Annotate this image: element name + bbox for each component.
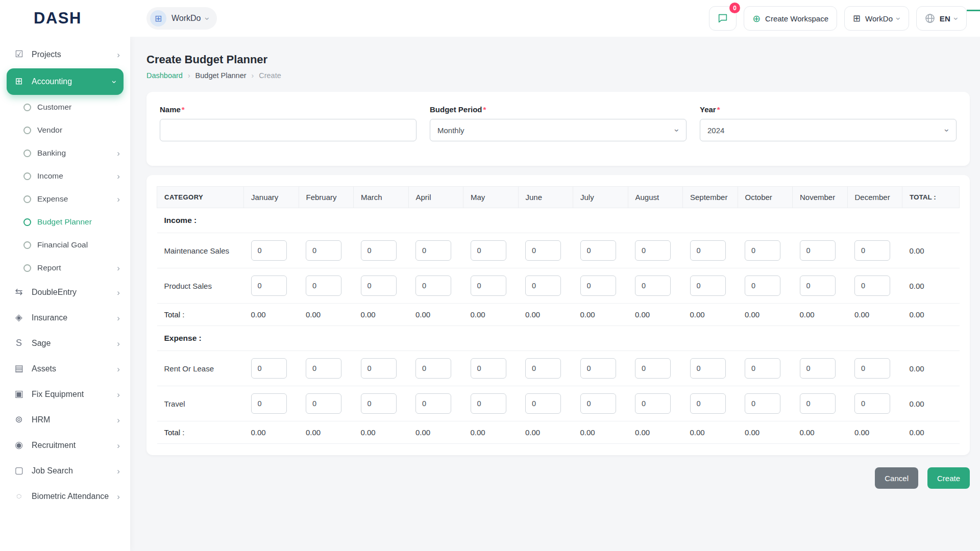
row-label: Rent Or Lease: [157, 351, 244, 386]
language-selector[interactable]: EN ›: [916, 6, 967, 31]
maintenance-sales-february-input[interactable]: [306, 240, 341, 261]
input-cell: [244, 386, 299, 421]
sidebar-item-fix-equipment[interactable]: ▣Fix Equipment›: [0, 382, 130, 407]
product-sales-june-input[interactable]: [525, 276, 561, 296]
travel-july-input[interactable]: [580, 393, 616, 414]
travel-october-input[interactable]: [745, 393, 780, 414]
name-input[interactable]: [160, 119, 416, 141]
rent-or-lease-october-input[interactable]: [745, 358, 780, 379]
travel-may-input[interactable]: [471, 393, 506, 414]
product-sales-march-input[interactable]: [361, 276, 397, 296]
sidebar-item-job-search[interactable]: ▢Job Search›: [0, 458, 130, 484]
maintenance-sales-july-input[interactable]: [580, 240, 616, 261]
maintenance-sales-april-input[interactable]: [415, 240, 451, 261]
travel-january-input[interactable]: [251, 393, 287, 414]
chevron-right-icon: ›: [117, 172, 120, 181]
sidebar-item-hrm[interactable]: ⊚HRM›: [0, 407, 130, 433]
product-sales-october-input[interactable]: [745, 276, 780, 296]
globe-icon: [925, 13, 935, 23]
rent-or-lease-september-input[interactable]: [690, 358, 726, 379]
maintenance-sales-may-input[interactable]: [471, 240, 506, 261]
input-cell: [408, 233, 463, 268]
workdo-menu-button[interactable]: ⊞ WorkDo ›: [844, 6, 909, 31]
sidebar-item-label: DoubleEntry: [32, 287, 110, 297]
product-sales-april-input[interactable]: [415, 276, 451, 296]
breadcrumb: Dashboard › Budget Planner › Create: [146, 71, 970, 80]
rent-or-lease-may-input[interactable]: [471, 358, 506, 379]
sidebar-item-financial-goal[interactable]: Financial Goal: [0, 234, 130, 257]
product-sales-july-input[interactable]: [580, 276, 616, 296]
travel-september-input[interactable]: [690, 393, 726, 414]
sidebar-item-report[interactable]: Report›: [0, 257, 130, 280]
sidebar-item-doubleentry[interactable]: ⇆DoubleEntry›: [0, 280, 130, 305]
budget-period-select[interactable]: Monthly ›: [430, 119, 687, 141]
sidebar-item-budget-planner[interactable]: Budget Planner: [0, 211, 130, 234]
sidebar-item-assets[interactable]: ▤Assets›: [0, 356, 130, 382]
input-cell: [793, 268, 848, 304]
product-sales-september-input[interactable]: [690, 276, 726, 296]
product-sales-august-input[interactable]: [635, 276, 671, 296]
messages-button[interactable]: 0: [709, 6, 737, 31]
required-asterisk: *: [483, 105, 486, 114]
section-row-income: Income :: [157, 208, 960, 233]
sidebar-item-vendor[interactable]: Vendor: [0, 119, 130, 142]
rent-or-lease-december-input[interactable]: [854, 358, 890, 379]
sidebar-item-biometric-attendance[interactable]: ◌Biometric Attendance›: [0, 484, 130, 509]
sidebar-item-recruitment[interactable]: ◉Recruitment›: [0, 433, 130, 458]
input-cell: [299, 386, 354, 421]
maintenance-sales-november-input[interactable]: [800, 240, 836, 261]
rent-or-lease-august-input[interactable]: [635, 358, 671, 379]
maintenance-sales-june-input[interactable]: [525, 240, 561, 261]
workspace-selector[interactable]: ⊞ WorkDo ›: [146, 7, 217, 30]
create-workspace-button[interactable]: ⊕ Create Workspace: [744, 6, 837, 31]
year-select[interactable]: 2024 ›: [700, 119, 957, 141]
maintenance-sales-january-input[interactable]: [251, 240, 287, 261]
create-button[interactable]: Create: [927, 467, 970, 489]
maintenance-sales-august-input[interactable]: [635, 240, 671, 261]
budget-planner-icon: [23, 218, 31, 226]
product-sales-may-input[interactable]: [471, 276, 506, 296]
sidebar-item-expense[interactable]: Expense›: [0, 188, 130, 211]
year-value: 2024: [707, 126, 724, 135]
row-total: 0.00: [902, 351, 960, 386]
travel-december-input[interactable]: [854, 393, 890, 414]
rent-or-lease-july-input[interactable]: [580, 358, 616, 379]
sidebar-item-banking[interactable]: Banking›: [0, 142, 130, 165]
cancel-button[interactable]: Cancel: [875, 467, 918, 489]
breadcrumb-separator-icon: ›: [252, 71, 254, 80]
sidebar-item-projects[interactable]: ☑Projects›: [0, 42, 130, 67]
sidebar-item-income[interactable]: Income›: [0, 165, 130, 188]
product-sales-november-input[interactable]: [800, 276, 836, 296]
travel-november-input[interactable]: [800, 393, 836, 414]
travel-august-input[interactable]: [635, 393, 671, 414]
travel-april-input[interactable]: [415, 393, 451, 414]
travel-june-input[interactable]: [525, 393, 561, 414]
travel-february-input[interactable]: [306, 393, 341, 414]
rent-or-lease-march-input[interactable]: [361, 358, 397, 379]
travel-march-input[interactable]: [361, 393, 397, 414]
total-value: 0.00: [793, 421, 848, 444]
sidebar-item-sage[interactable]: SSage›: [0, 331, 130, 356]
workspace-name: WorkDo: [172, 14, 201, 23]
projects-icon: ☑: [13, 49, 24, 60]
rent-or-lease-february-input[interactable]: [306, 358, 341, 379]
product-sales-december-input[interactable]: [854, 276, 890, 296]
rent-or-lease-november-input[interactable]: [800, 358, 836, 379]
rent-or-lease-january-input[interactable]: [251, 358, 287, 379]
maintenance-sales-december-input[interactable]: [854, 240, 890, 261]
sidebar-item-accounting[interactable]: ⊞Accounting›: [7, 68, 124, 95]
input-cell: [738, 386, 793, 421]
product-sales-january-input[interactable]: [251, 276, 287, 296]
chevron-right-icon: ›: [117, 51, 120, 59]
maintenance-sales-september-input[interactable]: [690, 240, 726, 261]
sidebar-item-customer[interactable]: Customer: [0, 96, 130, 119]
sidebar-item-insurance[interactable]: ◈Insurance›: [0, 305, 130, 331]
breadcrumb-dashboard[interactable]: Dashboard: [146, 71, 183, 80]
maintenance-sales-october-input[interactable]: [745, 240, 780, 261]
rent-or-lease-april-input[interactable]: [415, 358, 451, 379]
input-cell: [573, 351, 628, 386]
rent-or-lease-june-input[interactable]: [525, 358, 561, 379]
maintenance-sales-march-input[interactable]: [361, 240, 397, 261]
total-value: 0.00: [573, 421, 628, 444]
product-sales-february-input[interactable]: [306, 276, 341, 296]
